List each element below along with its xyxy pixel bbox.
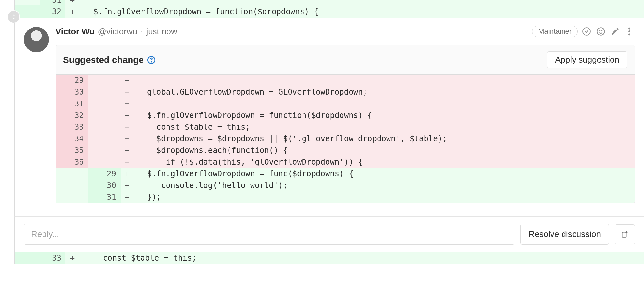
diff-symbol: −	[121, 110, 133, 121]
code-content: const $table = this;	[80, 252, 644, 264]
resolve-check-icon[interactable]	[581, 26, 592, 37]
svg-point-0	[583, 28, 590, 35]
line-number-new: 31	[40, 0, 65, 6]
diff-row-deletion: 34− $dropdowns = $dropdowns || $('.gl-ov…	[56, 133, 635, 145]
separator: ·	[141, 27, 143, 37]
diff-symbol: −	[121, 75, 133, 86]
diff-row-addition: 29+ $.fn.glOverflowDropdown = func($drop…	[56, 168, 635, 180]
line-number-new	[88, 75, 121, 86]
line-number-new	[88, 110, 121, 121]
reply-bar: Resolve discussion	[14, 217, 644, 252]
diff-symbol: −	[121, 121, 133, 133]
svg-point-2	[600, 30, 600, 31]
apply-suggestion-button[interactable]: Apply suggestion	[547, 51, 627, 68]
diff-row-deletion: 30− global.GLOverflowDropdown = GLOverfl…	[56, 86, 635, 98]
context-code-row: 33 + const $table = this;	[14, 252, 644, 264]
diff-symbol: −	[121, 145, 133, 156]
code-content: $dropdowns.each(function() {	[133, 145, 635, 156]
line-number-new: 32	[40, 6, 65, 18]
line-number-new: 31	[88, 191, 121, 203]
role-badge: Maintainer	[532, 26, 578, 37]
code-content	[133, 98, 635, 110]
line-number-new	[88, 156, 121, 168]
line-number-old: 34	[56, 133, 88, 145]
comment-header: Victor Wu @victorwu · just now Maintaine…	[56, 26, 635, 37]
line-number-new: 29	[88, 168, 121, 180]
diff-symbol: −	[121, 98, 133, 110]
line-number-new	[88, 86, 121, 98]
author-name[interactable]: Victor Wu	[56, 27, 94, 37]
line-number-old	[56, 180, 88, 191]
svg-point-1	[597, 28, 604, 35]
line-number-new	[88, 98, 121, 110]
line-number-new	[88, 121, 121, 133]
diff-row-deletion: 29−	[56, 75, 635, 86]
line-number-old	[15, 252, 40, 264]
more-actions-icon[interactable]	[624, 26, 635, 37]
line-number-old	[56, 191, 88, 203]
diff-symbol: +	[121, 191, 133, 203]
create-issue-button[interactable]	[615, 224, 635, 244]
collapse-icon	[11, 14, 17, 20]
reply-input[interactable]	[24, 224, 514, 245]
code-content: $.fn.glOverflowDropdown = func($dropdown…	[133, 168, 635, 180]
context-code-row: 32 + $.fn.glOverflowDropdown = function(…	[14, 6, 644, 18]
emoji-icon[interactable]	[595, 26, 606, 37]
code-content: global.GLOverflowDropdown = GLOverflowDr…	[133, 86, 635, 98]
diff-row-addition: 30+ console.log('hello world');	[56, 180, 635, 191]
diff-row-deletion: 36− if (!$.data(this, 'glOverflowDropdow…	[56, 156, 635, 168]
diff-row-deletion: 33− const $table = this;	[56, 121, 635, 133]
diff-symbol: +	[65, 252, 80, 264]
line-number-new	[88, 145, 121, 156]
edit-icon[interactable]	[610, 26, 621, 37]
svg-point-8	[151, 61, 152, 62]
diff-symbol: −	[121, 133, 133, 145]
suggestion-box: Suggested change Apply suggestion 29−30−…	[56, 45, 635, 203]
timestamp: just now	[146, 27, 177, 37]
suggestion-diff: 29−30− global.GLOverflowDropdown = GLOve…	[56, 75, 635, 203]
suggestion-header: Suggested change Apply suggestion	[56, 45, 635, 75]
line-number-new: 30	[88, 180, 121, 191]
diff-symbol: +	[65, 6, 80, 18]
line-number-old: 31	[56, 98, 88, 110]
diff-symbol: +	[65, 0, 80, 6]
svg-point-6	[628, 33, 630, 35]
line-number-old	[56, 168, 88, 180]
code-content: $dropdowns = $dropdowns || $('.gl-overfl…	[133, 133, 635, 145]
diff-row-deletion: 32− $.fn.glOverflowDropdown = function($…	[56, 110, 635, 121]
line-number-old: 32	[56, 110, 88, 121]
diff-symbol: −	[121, 86, 133, 98]
line-number-new: 33	[40, 252, 65, 264]
comment: Victor Wu @victorwu · just now Maintaine…	[14, 18, 644, 217]
suggestion-title: Suggested change	[63, 55, 144, 65]
diff-symbol: +	[121, 168, 133, 180]
diff-row-deletion: 35− $dropdowns.each(function() {	[56, 145, 635, 156]
code-content: $.fn.glOverflowDropdown = function($drop…	[133, 110, 635, 121]
line-number-old: 33	[56, 121, 88, 133]
svg-rect-9	[622, 232, 626, 237]
resolve-discussion-button[interactable]: Resolve discussion	[520, 224, 609, 245]
code-content	[133, 75, 635, 86]
help-icon[interactable]	[147, 56, 155, 64]
collapse-toggle[interactable]	[7, 10, 20, 23]
svg-point-5	[628, 30, 630, 32]
diff-row-deletion: 31−	[56, 98, 635, 110]
code-content: });	[133, 191, 635, 203]
line-number-old: 29	[56, 75, 88, 86]
line-number-old: 30	[56, 86, 88, 98]
line-number-old: 36	[56, 156, 88, 168]
svg-point-4	[628, 28, 630, 30]
code-content: console.log('hello world');	[133, 180, 635, 191]
line-number-old: 35	[56, 145, 88, 156]
code-content: $.fn.glOverflowDropdown = function($drop…	[80, 6, 644, 18]
author-handle[interactable]: @victorwu	[98, 27, 137, 37]
diff-symbol: −	[121, 156, 133, 168]
context-code-row: 31 +	[14, 0, 644, 6]
avatar[interactable]	[24, 27, 49, 52]
line-number-new	[88, 133, 121, 145]
svg-point-3	[602, 30, 602, 31]
diff-symbol: +	[121, 180, 133, 191]
code-content: if (!$.data(this, 'glOverflowDropdown'))…	[133, 156, 635, 168]
diff-row-addition: 31+ });	[56, 191, 635, 203]
code-content: const $table = this;	[133, 121, 635, 133]
